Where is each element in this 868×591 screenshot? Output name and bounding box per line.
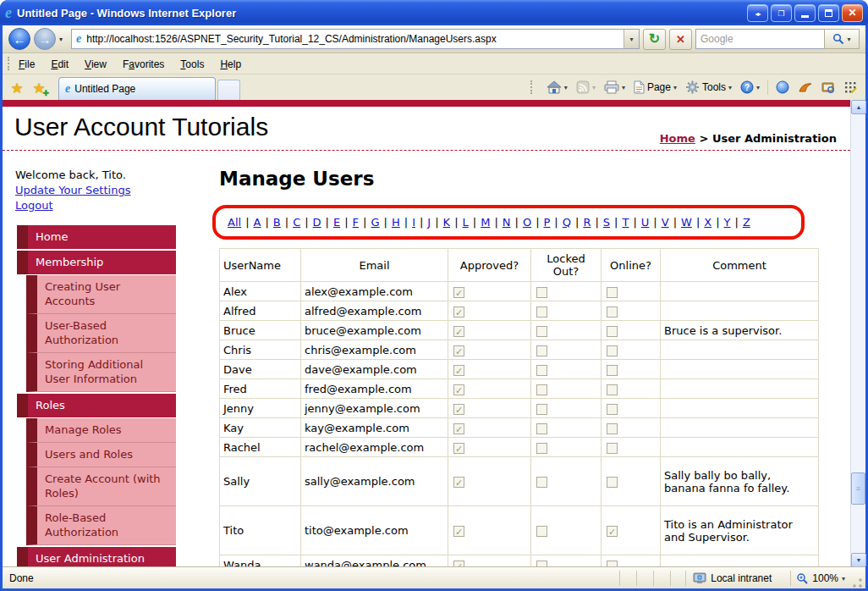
address-dropdown[interactable] [624,30,639,48]
filter-link-g[interactable]: G [371,216,379,229]
filter-link-c[interactable]: C [293,216,300,229]
help-dropdown[interactable] [756,84,760,91]
page-accent-bar [3,100,850,107]
online-cell [602,360,661,379]
filter-link-l[interactable]: L [463,216,469,229]
forward-button[interactable]: → [34,28,56,50]
address-input[interactable] [85,32,620,46]
tools-menu-button[interactable]: Tools [682,78,735,97]
resize-grip[interactable] [852,577,863,588]
menu-view[interactable]: View [85,58,107,70]
history-dropdown[interactable] [59,36,68,43]
search-dropdown[interactable] [847,36,850,43]
filter-link-p[interactable]: P [544,216,551,229]
filter-link-t[interactable]: T [622,216,629,229]
feeds-button[interactable] [573,78,599,97]
close-button[interactable] [842,4,863,22]
filter-link-a[interactable]: A [254,216,261,229]
sidebar-item-manage-roles[interactable]: Manage Roles [26,418,176,443]
addon-sphere-button[interactable] [772,78,793,97]
menu-help[interactable]: Help [220,58,241,70]
print-dropdown[interactable] [622,84,625,91]
filter-separator: | [716,216,719,229]
filter-link-w[interactable]: W [681,216,692,229]
new-tab-stub[interactable] [217,80,240,100]
sidebar-item-creating-user-accounts[interactable]: Creating User Accounts [26,275,176,314]
toolbar-grip[interactable] [8,57,12,70]
filter-link-y[interactable]: Y [724,216,731,229]
back-button[interactable]: ← [8,28,30,50]
filter-link-m[interactable]: M [481,216,490,229]
favorites-button[interactable]: ★ [6,77,28,99]
addon-research-button[interactable] [818,78,838,97]
addon-grid-button[interactable] [840,78,860,97]
sidebar-item-user-administration[interactable]: User Administration [17,547,176,567]
sidebar-item-create-account-with-roles[interactable]: Create Account (with Roles) [26,467,176,506]
sidebar-item-role-based-authorization[interactable]: Role-Based Authorization [26,506,176,545]
zoom-control[interactable]: 100% [790,571,850,586]
filter-link-all[interactable]: All [228,216,241,229]
sidebar-item-roles[interactable]: Roles [17,394,176,417]
addon-bird-button[interactable] [794,78,816,97]
filter-link-d[interactable]: D [313,216,321,229]
filter-link-r[interactable]: R [583,216,591,229]
vertical-scrollbar[interactable] [850,100,865,567]
window-extra-button-1[interactable] [747,4,768,22]
menu-file[interactable]: File [19,58,35,70]
logout-link[interactable]: Logout [15,198,53,213]
page-menu-dropdown[interactable] [673,84,677,91]
feeds-dropdown[interactable] [592,84,596,91]
tools-menu-dropdown[interactable] [728,84,732,91]
add-favorite-button[interactable]: ★✚ [28,77,50,99]
ie-logo-icon: e [5,5,12,20]
filter-link-b[interactable]: B [273,216,281,229]
filter-link-x[interactable]: X [704,216,711,229]
minimize-button[interactable] [794,4,816,22]
filter-link-s[interactable]: S [603,216,610,229]
breadcrumb-home-link[interactable]: Home [660,132,695,145]
filter-link-z[interactable]: Z [743,216,750,229]
filter-link-v[interactable]: V [662,216,669,229]
window-extra-button-2[interactable] [771,4,792,22]
scroll-up-button[interactable] [851,100,866,114]
sidebar-item-user-based-authorization[interactable]: User-Based Authorization [26,314,176,353]
home-dropdown[interactable] [564,84,568,91]
page-body: Welcome back, Tito. Update Your Settings… [3,151,850,567]
scrollbar-thumb[interactable] [851,472,865,505]
sidebar-item-home[interactable]: Home [17,225,176,249]
menu-edit[interactable]: Edit [51,58,69,70]
stop-button[interactable]: ✕ [669,29,692,50]
print-button[interactable] [601,78,629,97]
filter-link-e[interactable]: E [333,216,340,229]
update-settings-link[interactable]: Update Your Settings [15,183,130,198]
help-button[interactable]: ? [737,78,763,97]
search-button[interactable] [824,29,860,49]
tab-untitled-page[interactable]: e Untitled Page [58,77,216,100]
refresh-button[interactable]: ↻ [643,29,666,50]
scroll-down-button[interactable] [851,553,866,567]
menu-favorites[interactable]: Favorites [123,58,164,70]
toolbar-grip[interactable] [530,80,535,94]
filter-link-i[interactable]: I [412,216,415,229]
zoom-dropdown[interactable] [842,575,845,583]
filter-link-u[interactable]: U [641,216,650,229]
filter-link-q[interactable]: Q [563,216,571,229]
online-cell [602,457,661,506]
sidebar-item-storing-additional-user-information[interactable]: Storing Additional User Information [26,353,176,392]
sidebar-item-users-and-roles[interactable]: Users and Roles [26,443,176,467]
filter-link-j[interactable]: J [427,216,431,229]
filter-link-k[interactable]: K [443,216,451,229]
maximize-button[interactable] [818,4,839,22]
search-input[interactable] [695,29,824,49]
page-favicon-icon: e [76,33,81,45]
home-button[interactable] [543,78,571,97]
sidebar-item-membership[interactable]: Membership [17,251,176,274]
page-menu-button[interactable]: Page [630,78,680,97]
filter-link-o[interactable]: O [523,216,531,229]
online-cell [602,321,661,340]
filter-link-f[interactable]: F [353,216,359,229]
menu-tools[interactable]: Tools [180,58,204,70]
approved-checkbox [453,345,464,356]
filter-link-h[interactable]: H [392,216,400,229]
filter-link-n[interactable]: N [503,216,511,229]
